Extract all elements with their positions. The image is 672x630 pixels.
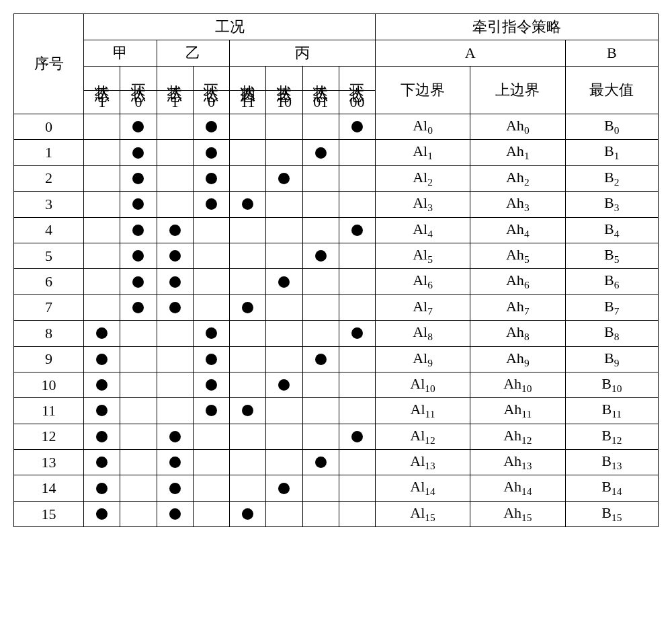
dot-icon	[132, 302, 144, 313]
state-cell	[266, 475, 302, 501]
state-cell	[266, 243, 302, 268]
dot-icon	[132, 198, 144, 210]
table-row: 7Al7Ah7B7	[14, 294, 659, 320]
state-cell	[230, 140, 266, 165]
state-cell	[339, 346, 375, 372]
dot-icon	[96, 483, 108, 494]
state-cell	[339, 217, 375, 243]
seq-cell: 14	[14, 475, 84, 501]
table-row: 4Al4Ah4B4	[14, 217, 659, 243]
state-cell	[230, 192, 266, 217]
header-max: 最大值	[565, 67, 658, 114]
dot-icon	[132, 121, 144, 132]
state-cell	[266, 321, 302, 346]
state-cell	[157, 269, 193, 294]
state-cell	[302, 269, 339, 294]
state-cell	[339, 165, 375, 191]
lower-cell: Al15	[376, 501, 470, 526]
upper-cell: Ah10	[470, 372, 566, 397]
upper-cell: Ah5	[470, 243, 566, 268]
state-cell	[120, 165, 157, 191]
max-cell: B9	[565, 346, 658, 372]
seq-cell: 8	[14, 321, 84, 346]
state-cell	[230, 450, 266, 475]
state-cell	[302, 501, 339, 526]
state-cell	[266, 114, 302, 140]
state-cell	[120, 114, 157, 140]
upper-cell: Ah12	[470, 424, 566, 449]
state-cell	[266, 294, 302, 320]
max-cell: B15	[565, 501, 658, 526]
state-cell	[157, 346, 193, 372]
max-cell: B11	[565, 398, 658, 424]
state-cell	[193, 269, 229, 294]
header-jia-s1: 状态一	[120, 67, 157, 91]
max-cell: B10	[565, 372, 658, 397]
dot-icon	[96, 327, 108, 339]
state-cell	[302, 217, 339, 243]
table-row: 3Al3Ah3B3	[14, 192, 659, 217]
state-cell	[266, 501, 302, 526]
state-cell	[339, 450, 375, 475]
header-code-yi-s1: 0	[193, 91, 229, 114]
state-cell	[84, 269, 120, 294]
state-cell	[120, 321, 157, 346]
table-row: 9Al9Ah9B9	[14, 346, 659, 372]
state-cell	[302, 424, 339, 449]
state-cell	[302, 114, 339, 140]
state-cell	[339, 140, 375, 165]
dot-icon	[206, 173, 217, 184]
dot-icon	[206, 405, 217, 416]
state-cell	[157, 192, 193, 217]
state-cell	[339, 475, 375, 501]
max-cell: B5	[565, 243, 658, 268]
dot-icon	[315, 250, 327, 262]
seq-cell: 13	[14, 450, 84, 475]
dot-icon	[315, 354, 327, 365]
dot-icon	[169, 302, 181, 313]
state-cell	[339, 269, 375, 294]
state-cell	[84, 398, 120, 424]
state-cell	[84, 321, 120, 346]
state-cell	[266, 398, 302, 424]
dot-icon	[132, 147, 144, 159]
state-cell	[193, 346, 229, 372]
state-cell	[193, 424, 229, 449]
state-cell	[120, 475, 157, 501]
state-cell	[193, 372, 229, 397]
lower-cell: Al5	[376, 243, 470, 268]
state-cell	[302, 475, 339, 501]
dot-icon	[242, 405, 253, 416]
state-cell	[266, 269, 302, 294]
lower-cell: Al1	[376, 140, 470, 165]
seq-cell: 6	[14, 269, 84, 294]
state-cell	[157, 294, 193, 320]
seq-cell: 10	[14, 372, 84, 397]
state-cell	[157, 475, 193, 501]
state-cell	[230, 243, 266, 268]
upper-cell: Ah13	[470, 450, 566, 475]
table-row: 5Al5Ah5B5	[14, 243, 659, 268]
header-bing-s4: 状态四	[230, 67, 266, 91]
state-cell	[120, 501, 157, 526]
state-cell	[157, 450, 193, 475]
dot-icon	[206, 198, 217, 210]
seq-cell: 5	[14, 243, 84, 268]
lower-cell: Al3	[376, 192, 470, 217]
state-cell	[339, 192, 375, 217]
header-seq: 序号	[14, 14, 84, 114]
state-cell	[84, 501, 120, 526]
table-row: 11Al11Ah11B11	[14, 398, 659, 424]
state-cell	[84, 192, 120, 217]
state-cell	[157, 114, 193, 140]
state-cell	[84, 294, 120, 320]
state-cell	[120, 398, 157, 424]
lower-cell: Al2	[376, 165, 470, 191]
state-cell	[84, 450, 120, 475]
state-cell	[266, 165, 302, 191]
state-cell	[302, 165, 339, 191]
state-cell	[84, 424, 120, 449]
dot-icon	[169, 483, 181, 494]
table-row: 8Al8Ah8B8	[14, 321, 659, 346]
header-yi-s1: 状态一	[193, 67, 229, 91]
